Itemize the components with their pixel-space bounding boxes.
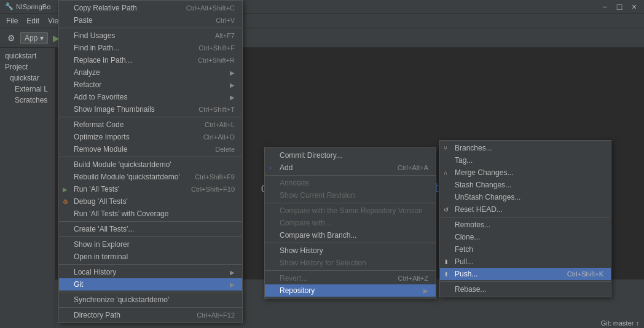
pull-icon: ⬇ bbox=[444, 259, 449, 265]
ctx-open-in-terminal[interactable]: Open in terminal bbox=[59, 251, 242, 263]
ctx-remove-module-label: Remove Module bbox=[74, 145, 127, 154]
toolbar-icon1[interactable]: ⚙ bbox=[5, 32, 18, 44]
ctx-push[interactable]: ⬆ Push... Ctrl+Shift+K bbox=[440, 268, 611, 280]
merge-icon: ⑃ bbox=[444, 170, 447, 176]
ctx-remotes[interactable]: Remotes... bbox=[440, 219, 611, 231]
ctx-paste[interactable]: Paste Ctrl+V bbox=[59, 14, 242, 26]
ctx-add[interactable]: + Add Ctrl+Alt+A bbox=[265, 162, 436, 174]
ctx-fetch-label: Fetch bbox=[455, 245, 473, 254]
ctx-sep1 bbox=[59, 28, 242, 28]
ctx-optimize-imports-label: Optimize Imports bbox=[74, 133, 130, 141]
menu-edit[interactable]: Edit bbox=[23, 15, 43, 26]
ctx-find-usages-shortcut: Alt+F7 bbox=[215, 32, 235, 39]
menu-file[interactable]: File bbox=[2, 15, 22, 26]
ctx-show-current-revision-label: Show Current Revision bbox=[280, 191, 355, 200]
ctx-stash-changes-label: Stash Changes... bbox=[455, 181, 511, 189]
ctx-unstash-changes[interactable]: UnStash Changes... bbox=[440, 191, 611, 203]
context-menu-repository: ⑂ Branches... Tag... ⑃ Merge Changes... … bbox=[439, 140, 611, 297]
ctx-debug-all-tests[interactable]: ⚙ Debug 'All Tests' bbox=[59, 195, 242, 208]
ctx-show-image-thumbnails[interactable]: Show Image Thumbnails Ctrl+Shift+T bbox=[59, 103, 242, 115]
ctx-unstash-changes-label: UnStash Changes... bbox=[455, 193, 520, 201]
ctx-reformat-code[interactable]: Reformat Code Ctrl+Alt+L bbox=[59, 119, 242, 131]
ctx-pull-label: Pull... bbox=[455, 257, 473, 266]
context-menu-git: Commit Directory... + Add Ctrl+Alt+A Ann… bbox=[264, 147, 436, 299]
ctx-show-history[interactable]: Show History bbox=[265, 244, 436, 257]
maximize-button[interactable]: □ bbox=[615, 2, 624, 12]
ctx-analyze[interactable]: Analyze ▶ bbox=[59, 66, 242, 79]
add-icon: + bbox=[269, 165, 272, 171]
run-icon: ▶ bbox=[63, 186, 68, 193]
ctx-git[interactable]: Git ▶ bbox=[59, 278, 242, 291]
ctx-find-usages[interactable]: Find Usages Alt+F7 bbox=[59, 29, 242, 42]
ctx-analyze-arrow: ▶ bbox=[230, 69, 235, 76]
reset-icon: ↺ bbox=[444, 206, 449, 213]
ctx-copy-relative-path[interactable]: Copy Relative Path Ctrl+Alt+Shift+C bbox=[59, 2, 242, 14]
ctx-compare-with-branch[interactable]: Compare with Branch... bbox=[265, 229, 436, 241]
sidebar-item-quickstart[interactable]: quickstart bbox=[0, 50, 55, 61]
ctx-refactor-label: Refactor bbox=[74, 80, 101, 89]
minimize-button[interactable]: − bbox=[600, 2, 610, 12]
ctx-remove-module[interactable]: Remove Module Delete bbox=[59, 143, 242, 155]
ctx-rebase[interactable]: Rebase... bbox=[440, 283, 611, 295]
ctx-commit-directory[interactable]: Commit Directory... bbox=[265, 149, 436, 162]
branches-icon: ⑂ bbox=[444, 145, 447, 152]
title-bar-controls: − □ × bbox=[600, 2, 639, 12]
ctx-refactor[interactable]: Refactor ▶ bbox=[59, 79, 242, 91]
sidebar-item-project[interactable]: Project bbox=[0, 61, 55, 72]
ctx-git-sep3 bbox=[265, 243, 436, 243]
ctx-copy-relative-path-shortcut: Ctrl+Alt+Shift+C bbox=[186, 4, 235, 12]
ctx-local-history-arrow: ▶ bbox=[230, 269, 235, 276]
ctx-add-to-favorites[interactable]: Add to Favorites ▶ bbox=[59, 91, 242, 103]
ctx-repository[interactable]: Repository ▶ bbox=[265, 284, 436, 297]
ctx-local-history[interactable]: Local History ▶ bbox=[59, 266, 242, 278]
app-selector[interactable]: App ▾ bbox=[20, 32, 48, 44]
ctx-tag[interactable]: Tag... bbox=[440, 154, 611, 166]
ctx-tag-label: Tag... bbox=[455, 156, 473, 165]
ctx-find-in-path[interactable]: Find in Path... Ctrl+Shift+F bbox=[59, 42, 242, 54]
ctx-refactor-arrow: ▶ bbox=[230, 82, 235, 88]
ctx-merge-changes[interactable]: ⑃ Merge Changes... bbox=[440, 166, 611, 179]
ctx-synchronize[interactable]: Synchronize 'quickstartdemo' bbox=[59, 294, 242, 306]
ctx-reset-head[interactable]: ↺ Reset HEAD... bbox=[440, 203, 611, 216]
context-menu-main: Copy Relative Path Ctrl+Alt+Shift+C Past… bbox=[58, 0, 243, 323]
ctx-rebuild-module[interactable]: Rebuild Module 'quickstartdemo' Ctrl+Shi… bbox=[59, 171, 242, 183]
ctx-run-coverage[interactable]: Run 'All Tests' with Coverage bbox=[59, 208, 242, 220]
git-status: Git: master ↑ bbox=[601, 319, 639, 327]
ctx-remotes-label: Remotes... bbox=[455, 221, 490, 229]
ctx-find-usages-label: Find Usages bbox=[74, 31, 115, 40]
close-button[interactable]: × bbox=[629, 2, 639, 12]
ctx-replace-in-path[interactable]: Replace in Path... Ctrl+Shift+R bbox=[59, 54, 242, 66]
title-bar-text: NISpringBo bbox=[16, 3, 50, 10]
ctx-repository-label: Repository bbox=[280, 286, 315, 295]
ctx-run-all-tests[interactable]: ▶ Run 'All Tests' Ctrl+Shift+F10 bbox=[59, 183, 242, 195]
ctx-optimize-imports[interactable]: Optimize Imports Ctrl+Alt+O bbox=[59, 131, 242, 143]
ctx-paste-shortcut: Ctrl+V bbox=[216, 17, 235, 24]
ctx-clone[interactable]: Clone... bbox=[440, 231, 611, 243]
ctx-local-history-label: Local History bbox=[74, 268, 116, 276]
ctx-fetch[interactable]: Fetch bbox=[440, 243, 611, 256]
ctx-create-all-tests[interactable]: Create 'All Tests'... bbox=[59, 223, 242, 235]
ctx-branches[interactable]: ⑂ Branches... bbox=[440, 142, 611, 154]
ctx-show-in-explorer[interactable]: Show in Explorer bbox=[59, 238, 242, 251]
ctx-build-module-label: Build Module 'quickstartdemo' bbox=[74, 160, 171, 169]
sidebar-item-quickstar[interactable]: quickstar bbox=[0, 72, 55, 84]
ctx-rebuild-module-shortcut: Ctrl+Shift+F9 bbox=[195, 173, 235, 181]
ctx-directory-path[interactable]: Directory Path Ctrl+Alt+F12 bbox=[59, 309, 242, 321]
sidebar-item-scratches[interactable]: Scratches bbox=[0, 95, 55, 106]
ctx-branches-label: Branches... bbox=[455, 144, 492, 152]
ctx-show-history-label: Show History bbox=[280, 246, 323, 255]
ctx-build-module[interactable]: Build Module 'quickstartdemo' bbox=[59, 158, 242, 171]
ctx-create-all-tests-label: Create 'All Tests'... bbox=[74, 225, 134, 233]
ctx-clone-label: Clone... bbox=[455, 233, 480, 241]
ctx-run-all-tests-label: Run 'All Tests' bbox=[74, 185, 119, 193]
ctx-pull[interactable]: ⬇ Pull... bbox=[440, 256, 611, 268]
ctx-revert-shortcut: Ctrl+Alt+Z bbox=[398, 275, 428, 282]
ctx-add-to-favorites-label: Add to Favorites bbox=[74, 93, 127, 101]
ctx-optimize-imports-shortcut: Ctrl+Alt+O bbox=[203, 133, 235, 141]
ctx-show-history-selection-label: Show History for Selection bbox=[280, 259, 366, 267]
sidebar-item-external[interactable]: External L bbox=[0, 84, 55, 95]
ctx-directory-path-label: Directory Path bbox=[74, 311, 120, 319]
ctx-stash-changes[interactable]: Stash Changes... bbox=[440, 179, 611, 191]
ctx-git-sep2 bbox=[265, 203, 436, 203]
ctx-repo-sep1 bbox=[440, 217, 611, 217]
